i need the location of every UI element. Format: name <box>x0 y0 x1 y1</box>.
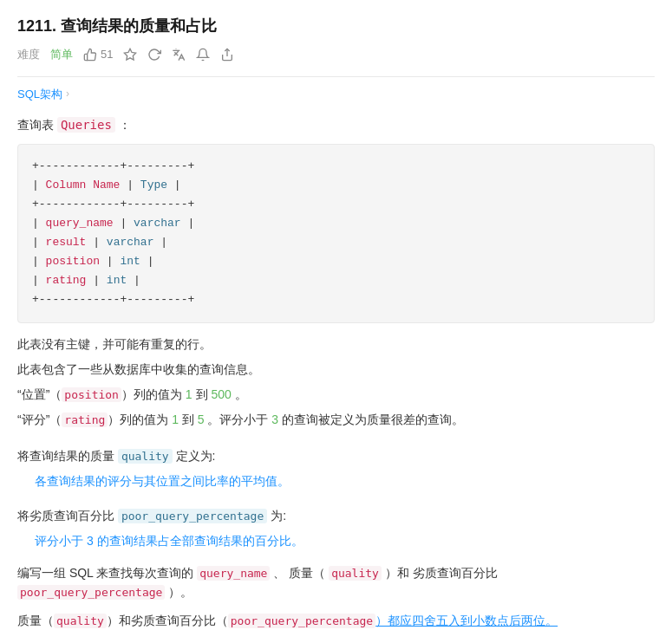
section1-label: 查询表 <box>17 118 54 132</box>
breadcrumb-text: SQL架构 <box>17 86 62 104</box>
section4-line1: 编写一组 SQL 来查找每次查询的 <box>17 566 193 580</box>
table-border-top2: +------------+---------+ <box>32 195 640 214</box>
section5-suffix: ）都应四舍五入到小数点后两位。 <box>375 614 558 627</box>
thumbs-count: 51 <box>101 46 113 64</box>
section2-prefix: 将查询结果的质量 <box>17 449 114 463</box>
thumbs-up-icon[interactable]: 51 <box>83 46 113 64</box>
section4-code2: quality <box>329 566 382 581</box>
section2-code: quality <box>118 449 173 464</box>
section3-code: poor_query_percentage <box>118 509 267 523</box>
section3-suffix: 为: <box>271 509 286 523</box>
table-border-top1: +------------+---------+ <box>32 157 640 176</box>
translate-icon[interactable] <box>172 48 186 62</box>
star-icon[interactable] <box>123 48 137 62</box>
table-row-rating: | rating | int | <box>32 271 640 290</box>
table-row-result: | result | varchar | <box>32 233 640 252</box>
table-structure: +------------+---------+ | Column Name |… <box>17 144 655 323</box>
table-name: Queries <box>57 117 115 133</box>
breadcrumb[interactable]: SQL架构 › <box>17 86 655 104</box>
section4: 编写一组 SQL 来查找每次查询的 query_name 、 质量（ quali… <box>17 563 655 603</box>
section5-code1: quality <box>54 614 107 628</box>
section1-title: 查询表 Queries ： <box>17 115 655 134</box>
bell-icon[interactable] <box>196 48 210 62</box>
meta-row: 难度 简单 51 <box>17 46 655 64</box>
section5-prefix: 质量（ <box>17 614 54 627</box>
desc1: 此表没有主键，并可能有重复的行。 <box>17 334 655 355</box>
table-row-queryname: | query_name | varchar | <box>32 214 640 233</box>
section5: 质量（quality）和劣质查询百分比（poor_query_percentag… <box>17 611 655 631</box>
section4-sep2: ）和 劣质查询百分比 <box>385 566 498 580</box>
description-block: 此表没有主键，并可能有重复的行。 此表包含了一些从数据库中收集的查询信息。 “位… <box>17 334 655 432</box>
section3-prefix: 将劣质查询百分比 <box>17 509 114 523</box>
section4-end: ）。 <box>168 585 192 599</box>
desc4: “评分”（rating）列的值为 1 到 5 。评分小于 3 的查询被定义为质量… <box>17 409 655 431</box>
desc2: 此表包含了一些从数据库中收集的查询信息。 <box>17 359 655 380</box>
breadcrumb-arrow: › <box>66 86 69 102</box>
section3-indent: 评分小于 3 的查询结果占全部查询结果的百分比。 <box>35 531 655 550</box>
section2-suffix: 定义为: <box>176 449 216 463</box>
top-divider <box>17 76 655 77</box>
desc3: “位置”（position）列的值为 1 到 500 。 <box>17 384 655 406</box>
page-title: 1211. 查询结果的质量和占比 <box>17 14 655 39</box>
section4-sep1: 、 质量（ <box>273 566 325 580</box>
section2: 将查询结果的质量 quality 定义为: <box>17 446 655 466</box>
section2-indent: 各查询结果的评分与其位置之间比率的平均值。 <box>35 471 655 490</box>
difficulty-label: 难度 <box>17 46 40 64</box>
table-header: | Column Name | Type | <box>32 176 640 195</box>
svg-marker-0 <box>125 49 136 61</box>
section5-code2: poor_query_percentage <box>228 614 375 628</box>
section4-code3: poor_query_percentage <box>17 585 165 600</box>
share-icon[interactable] <box>220 48 234 62</box>
table-border-bottom: +------------+---------+ <box>32 290 640 309</box>
table-row-position: | position | int | <box>32 252 640 271</box>
section5-mid: ）和劣质查询百分比（ <box>107 614 228 627</box>
section1-colon: ： <box>119 118 131 132</box>
section4-code1: query_name <box>197 566 270 581</box>
refresh-icon[interactable] <box>147 48 161 62</box>
section6: 查询结果格式如下所示： <box>17 640 655 643</box>
difficulty-value: 简单 <box>50 46 73 64</box>
section3: 将劣质查询百分比 poor_query_percentage 为: <box>17 506 655 526</box>
